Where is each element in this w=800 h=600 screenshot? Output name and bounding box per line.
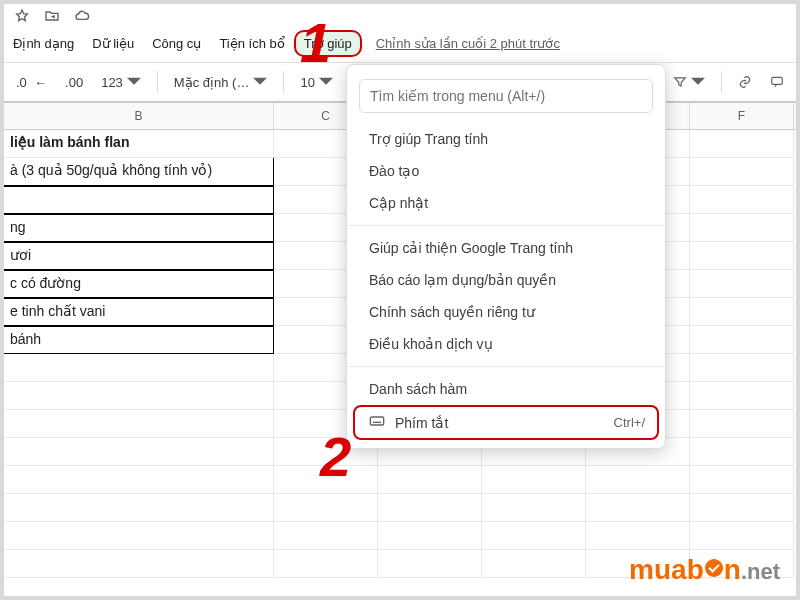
menu-item-privacy[interactable]: Chính sách quyền riêng tư bbox=[347, 296, 665, 328]
cell[interactable]: ng bbox=[4, 214, 274, 242]
number-format-button[interactable]: 123 bbox=[95, 71, 147, 94]
insert-link-button[interactable] bbox=[732, 71, 758, 93]
svg-rect-0 bbox=[772, 77, 783, 84]
menu-tools[interactable]: Công cụ bbox=[143, 30, 210, 57]
cell[interactable]: c có đường bbox=[4, 270, 274, 298]
menu-item-improve[interactable]: Giúp cải thiện Google Trang tính bbox=[347, 232, 665, 264]
star-icon[interactable] bbox=[14, 8, 30, 24]
menu-data[interactable]: Dữ liệu bbox=[83, 30, 143, 57]
menu-item-shortcuts[interactable]: Phím tắt Ctrl+/ bbox=[353, 405, 659, 440]
menu-format[interactable]: Định dạng bbox=[4, 30, 83, 57]
cell[interactable]: à (3 quả 50g/quả không tính vỏ) bbox=[4, 158, 274, 186]
annotation-1: 1 bbox=[300, 10, 331, 75]
col-header-B[interactable]: B bbox=[4, 103, 274, 129]
watermark-logo: muabn.net bbox=[629, 554, 780, 586]
help-dropdown-menu: Tìm kiếm trong menu (Alt+/) Trợ giúp Tra… bbox=[346, 64, 666, 449]
svg-rect-1 bbox=[370, 417, 383, 425]
col-header-F[interactable]: F bbox=[690, 103, 794, 129]
menu-item-training[interactable]: Đào tạo bbox=[347, 155, 665, 187]
menu-item-sheets-help[interactable]: Trợ giúp Trang tính bbox=[347, 123, 665, 155]
font-select[interactable]: Mặc định (… bbox=[168, 71, 274, 94]
cell[interactable]: ươi bbox=[4, 242, 274, 270]
increase-decimal-button[interactable]: .00 bbox=[59, 71, 89, 94]
annotation-2: 2 bbox=[320, 424, 351, 489]
cell[interactable]: bánh bbox=[4, 326, 274, 354]
menubar: Định dạng Dữ liệu Công cụ Tiện ích bổ Tr… bbox=[4, 30, 560, 57]
move-folder-icon[interactable] bbox=[44, 8, 60, 24]
menu-item-abuse[interactable]: Báo cáo lạm dụng/bản quyền bbox=[347, 264, 665, 296]
keyboard-icon bbox=[369, 413, 385, 432]
menu-item-terms[interactable]: Điều khoản dịch vụ bbox=[347, 328, 665, 360]
menu-item-label: Phím tắt bbox=[395, 415, 448, 431]
menu-addons[interactable]: Tiện ích bổ bbox=[210, 30, 293, 57]
cell[interactable] bbox=[4, 186, 274, 214]
last-edit-link[interactable]: Chỉnh sửa lần cuối 2 phút trước bbox=[376, 36, 560, 51]
menu-item-function-list[interactable]: Danh sách hàm bbox=[347, 373, 665, 405]
insert-comment-button[interactable] bbox=[764, 71, 790, 93]
cell[interactable]: e tinh chất vani bbox=[4, 298, 274, 326]
menu-item-updates[interactable]: Cập nhật bbox=[347, 187, 665, 219]
decrease-decimal-button[interactable]: .0 ← bbox=[10, 71, 53, 94]
menu-search-input[interactable]: Tìm kiếm trong menu (Alt+/) bbox=[359, 79, 653, 113]
menu-item-shortcut-key: Ctrl+/ bbox=[614, 415, 645, 430]
cloud-status-icon[interactable] bbox=[74, 8, 90, 24]
cell-title[interactable]: liệu làm bánh flan bbox=[4, 130, 274, 158]
filter-button[interactable] bbox=[667, 71, 711, 93]
